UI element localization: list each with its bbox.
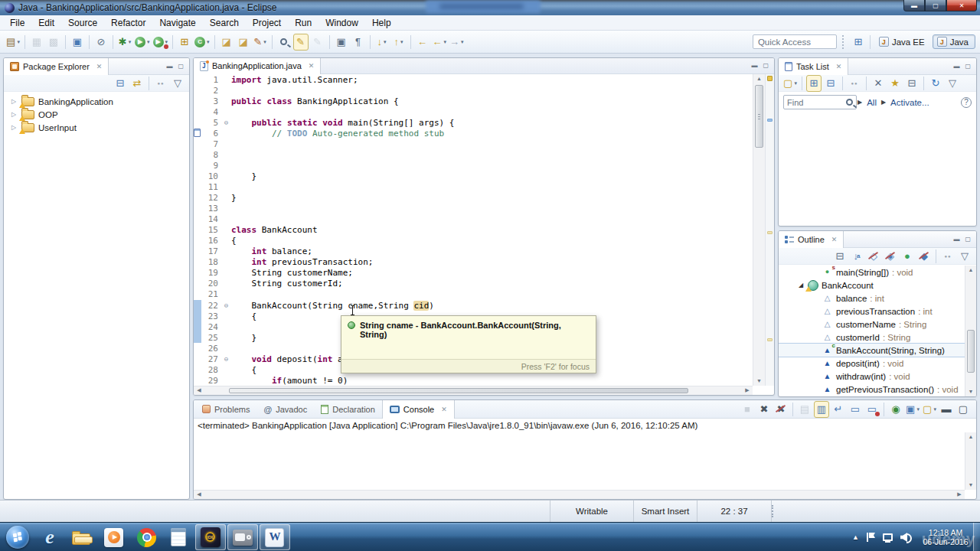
outline-item-previoustransaction[interactable]: △previousTransaction : int (779, 305, 965, 318)
pe-link-with-editor-button[interactable]: ⇄ (129, 75, 145, 92)
eclipse-button[interactable]: IDE (195, 524, 226, 550)
tl-view-menu-button[interactable]: ▽ (945, 75, 960, 92)
tab-console[interactable]: Console✕ (382, 400, 455, 419)
new-task-button[interactable]: ▢▾ (782, 75, 798, 92)
scope-all-link[interactable]: All (867, 98, 877, 107)
close-icon[interactable]: ✕ (96, 63, 103, 70)
outline-item-withdraw-int-[interactable]: ▲withdraw(int) : void (779, 370, 965, 383)
interactive-console-button[interactable]: ▣ (70, 34, 85, 51)
overview-marker[interactable] (767, 76, 773, 81)
expander-icon[interactable]: ▷ (10, 111, 18, 118)
ol-hide-fields-button[interactable]: ◇ (866, 248, 881, 265)
tab-package-explorer[interactable]: Package Explorer ✕ (4, 58, 109, 75)
activate-link[interactable]: Activate... (890, 98, 929, 107)
network-icon[interactable] (883, 533, 893, 541)
code-line[interactable]: 18 int previousTransaction; (194, 257, 753, 268)
show-source-of-element-button[interactable]: ▣ (334, 34, 349, 51)
mark-occurrences-button[interactable]: ✎ (293, 34, 309, 51)
expander-icon[interactable]: ▷ (10, 98, 18, 105)
display-selected-console-dropdown[interactable]: ▾ (916, 406, 920, 412)
editor-vertical-scrollbar[interactable]: ▲ ▼ (753, 74, 765, 386)
console-horizontal-scrollbar[interactable]: ◀ ▶ (194, 490, 965, 499)
window-maximize-button[interactable]: ▢ (925, 0, 946, 11)
window-close-button[interactable]: ✕ (946, 0, 977, 11)
help-icon[interactable]: ? (961, 97, 972, 108)
project-userinput[interactable]: ▷UserInput (4, 121, 189, 134)
next-annotation-button[interactable]: ↓▾ (374, 34, 390, 51)
overview-marker[interactable] (767, 119, 773, 122)
tray-expand-icon[interactable]: ▲ (852, 533, 859, 541)
code-line[interactable]: 1import java.util.Scanner; (194, 74, 753, 85)
ol-hide-local-types-button[interactable]: ◆ (916, 248, 932, 265)
outline-item-getprevioustransaction-[interactable]: ▲getPreviousTransaction() : void (779, 383, 965, 396)
outline-item-bankaccount-string-string-[interactable]: ▲cBankAccount(String, String) (779, 344, 965, 357)
coverage-dropdown[interactable]: ▾ (263, 39, 266, 45)
console-vertical-scrollbar[interactable]: ▲ ▼ (965, 432, 976, 490)
code-line[interactable]: 6 // TODO Auto-generated method stub (194, 128, 753, 139)
skip-all-breakpoints-button[interactable]: ⊘ (93, 34, 109, 51)
recorder-button[interactable] (227, 524, 258, 550)
synchronize-button[interactable]: ↻ (928, 75, 943, 92)
code-line[interactable]: 8 (194, 149, 753, 160)
code-line[interactable]: 19 String customerName; (194, 268, 753, 279)
tab-problems[interactable]: Problems (195, 400, 256, 419)
outline-item-bankaccount[interactable]: ◢BankAccount (779, 279, 965, 292)
word-button[interactable]: W (260, 524, 290, 550)
console-maximize-button[interactable]: ▢ (956, 401, 971, 418)
code-line[interactable]: 9 (194, 160, 753, 171)
open-perspective-button[interactable]: ⊞ (851, 34, 866, 51)
close-icon[interactable]: ✕ (831, 236, 838, 243)
code-line[interactable]: 3public class BankingApplication { (194, 96, 753, 106)
task-presentation-button[interactable]: ●● (847, 75, 862, 92)
project-oop[interactable]: ▷OOP (4, 108, 189, 121)
minimize-view-button[interactable]: ▬ (953, 236, 959, 243)
tl-collapse-all-button[interactable]: ⊟ (904, 75, 920, 92)
word-wrap-button[interactable]: ↵ (831, 401, 846, 418)
ol-hide-static-button[interactable]: ◈ (883, 248, 898, 265)
menu-navigate[interactable]: Navigate (152, 16, 202, 30)
taskbar-clock[interactable]: 12:18 AM 06-Jun-2016 (920, 528, 971, 547)
new-java-class-button[interactable]: C▾ (194, 34, 211, 51)
ol-hide-non-public-button[interactable]: ● (900, 248, 915, 265)
hide-completed-tasks-button[interactable]: ✕ (871, 75, 886, 92)
project-bankingapplication[interactable]: ▷BankingApplication (4, 95, 189, 108)
new-dropdown[interactable]: ▾ (17, 39, 20, 45)
maximize-view-button[interactable]: ▢ (965, 236, 971, 243)
focus-on-workweek-button[interactable]: ★ (887, 75, 903, 92)
close-icon[interactable]: ✕ (309, 62, 315, 70)
display-selected-console-button[interactable]: ▣▾ (905, 401, 920, 418)
maximize-view-button[interactable]: ▢ (178, 64, 184, 70)
chrome-button[interactable] (131, 524, 162, 550)
run-external-tools-button[interactable]: ▶▾ (152, 34, 169, 51)
show-on-stdout-button[interactable]: ▭ (848, 401, 863, 418)
open-type-button[interactable]: ◪ (219, 34, 234, 51)
menu-edit[interactable]: Edit (31, 16, 61, 30)
back-button[interactable]: ←▾ (432, 34, 448, 51)
notepad-button[interactable] (163, 524, 194, 550)
open-resource-button[interactable]: ◪ (236, 34, 251, 51)
pe-view-menu-dots-button[interactable]: ●● (153, 75, 168, 92)
code-line[interactable]: 17 int balance; (194, 246, 753, 257)
internet-explorer-button[interactable]: e (34, 524, 65, 550)
perspective-java[interactable]: JJava (933, 34, 975, 49)
expander-icon[interactable]: ◢ (797, 282, 805, 289)
code-line[interactable]: 15class BankAccount (194, 225, 753, 236)
code-line[interactable]: 12} (194, 193, 753, 204)
outline-scrollbar[interactable]: ▲ ▼ (965, 266, 976, 396)
fold-marker[interactable]: ⊖ (221, 302, 231, 309)
menu-refactor[interactable]: Refactor (104, 16, 152, 30)
code-line[interactable]: 14 (194, 214, 753, 225)
fold-marker[interactable]: ⊖ (221, 355, 231, 363)
code-line[interactable]: 11 (194, 181, 753, 192)
code-line[interactable]: 13 (194, 204, 753, 214)
perspective-java-ee[interactable]: JJava EE (875, 35, 931, 48)
windows-explorer-button[interactable] (67, 524, 97, 550)
remove-all-terminated-button[interactable]: ✖ (773, 401, 789, 418)
tab-declaration[interactable]: Declaration (314, 400, 382, 419)
code-line[interactable]: 16{ (194, 236, 753, 246)
minimize-view-button[interactable]: ▬ (953, 64, 959, 70)
menu-source[interactable]: Source (61, 16, 104, 30)
maximize-editor-button[interactable]: ▢ (763, 63, 769, 69)
last-edit-location-button[interactable]: ← (415, 34, 430, 51)
menu-run[interactable]: Run (288, 16, 318, 30)
